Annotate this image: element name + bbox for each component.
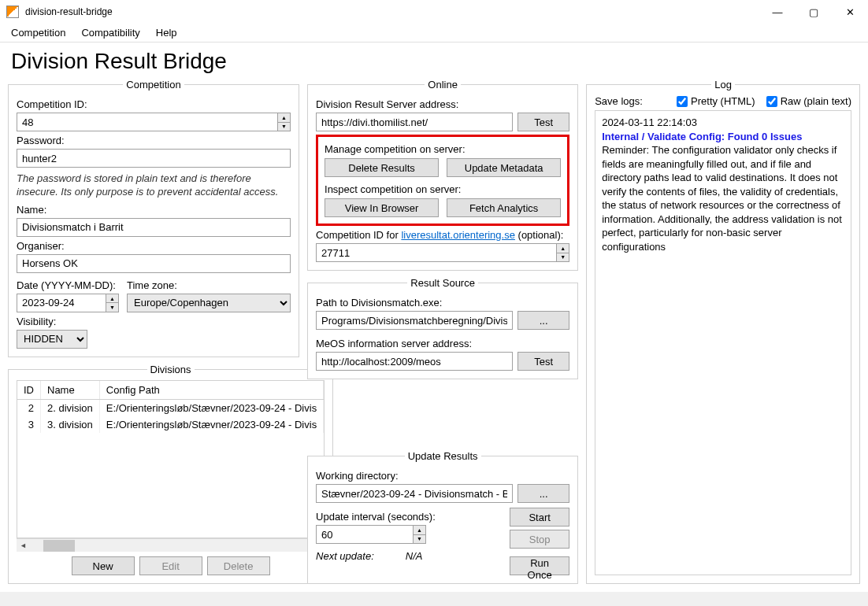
visibility-label: Visibility: [17,316,291,327]
next-update-value: N/A [406,550,423,562]
competition-id-input[interactable] [17,113,291,131]
menubar: Competition Compatibility Help [0,24,868,42]
meos-test-button[interactable]: Test [517,352,569,371]
server-actions-highlight: Manage competition on server: Delete Res… [316,135,569,226]
raw-checkbox[interactable]: Raw (plain text) [766,95,851,107]
competition-id-spinner[interactable]: ▲▼ [277,113,290,131]
menu-compatibility[interactable]: Compatibility [73,25,147,40]
col-path[interactable]: Config Path [99,381,323,400]
log-legend: Log [711,79,735,91]
divisions-table: ID Name Config Path 2 2. division E:/Ori… [17,381,324,433]
pretty-checkbox-input[interactable] [677,96,688,107]
log-group: Log Save logs: Pretty (HTML) Raw (plain … [586,79,860,584]
wd-label: Working directory: [316,470,569,482]
wd-input[interactable] [316,484,513,503]
visibility-select[interactable]: HIDDEN [17,330,87,349]
app-icon [6,6,19,18]
close-button[interactable]: ✕ [832,0,868,24]
delete-results-button[interactable]: Delete Results [325,158,439,177]
save-logs-label: Save logs: [595,95,666,107]
server-label: Division Result Server address: [316,98,569,110]
date-input[interactable] [17,294,119,312]
new-button[interactable]: New [72,556,135,575]
log-timestamp: 2024-03-11 22:14:03 [602,116,844,130]
exe-path-label: Path to Divisionsmatch.exe: [316,297,569,309]
result-source-group: Result Source Path to Divisionsmatch.exe… [307,277,578,379]
page-title: Division Result Bridge [0,42,868,79]
liveresultat-label: Competition ID for liveresultat.orienter… [316,229,569,241]
tz-select[interactable]: Europe/Copenhagen [127,294,291,312]
organiser-label: Organiser: [17,240,291,252]
titlebar: division-result-bridge — ▢ ✕ [0,0,868,24]
table-row[interactable]: 2 2. division E:/Orienteringsløb/Stævner… [17,399,324,416]
password-note: The password is stored in plain text and… [17,172,291,199]
result-source-legend: Result Source [407,277,478,289]
interval-spinner[interactable]: ▲▼ [413,526,425,543]
menu-competition[interactable]: Competition [3,25,73,40]
maximize-button[interactable]: ▢ [796,0,832,24]
server-input[interactable] [316,113,513,131]
date-label: Date (YYYY-MM-DD): [17,279,119,291]
log-output[interactable]: 2024-03-11 22:14:03 Internal / Validate … [595,110,851,575]
liveresultat-spinner[interactable]: ▲▼ [556,244,569,261]
name-input[interactable] [17,218,291,237]
competition-group: Competition Competition ID: ▲▼ Password:… [8,79,299,357]
competition-legend: Competition [123,79,184,91]
next-update-label: Next update: [316,550,374,562]
delete-button[interactable]: Delete [207,556,270,575]
update-results-group: Update Results Working directory: ... Up… [307,450,578,584]
meos-label: MeOS information server address: [316,338,569,349]
raw-checkbox-input[interactable] [766,96,777,107]
competition-id-label: Competition ID: [17,98,291,110]
divisions-legend: Divisions [147,364,195,375]
minimize-button[interactable]: — [759,0,796,24]
meos-input[interactable] [316,352,513,371]
log-status: Internal / Validate Config: Found 0 Issu… [602,130,844,144]
wd-browse-button[interactable]: ... [517,484,569,503]
update-results-legend: Update Results [405,450,481,462]
divisions-table-wrap[interactable]: ID Name Config Path 2 2. division E:/Ori… [17,380,325,538]
liveresultat-id-input[interactable] [316,243,569,262]
fetch-analytics-button[interactable]: Fetch Analytics [447,198,561,217]
pretty-checkbox[interactable]: Pretty (HTML) [677,95,755,107]
password-input[interactable] [17,149,291,168]
log-body: Reminder: The configuration validator on… [602,143,844,253]
server-test-button[interactable]: Test [517,113,569,131]
col-id[interactable]: ID [17,381,41,400]
divisions-hscrollbar[interactable]: ◄► [17,538,325,552]
name-label: Name: [17,204,291,216]
window-title: division-result-bridge [25,6,759,17]
liveresultat-link[interactable]: liveresultat.orientering.se [401,229,515,241]
col-name[interactable]: Name [41,381,100,400]
view-browser-button[interactable]: View In Browser [325,198,439,217]
start-button[interactable]: Start [510,508,569,527]
divisions-group: Divisions ID Name Config Path 2 2. divis… [8,364,333,584]
organiser-input[interactable] [17,254,291,273]
run-once-button[interactable]: Run Once [510,556,569,575]
menu-help[interactable]: Help [148,25,185,40]
stop-button[interactable]: Stop [510,530,569,549]
interval-input[interactable] [316,525,426,544]
edit-button[interactable]: Edit [139,556,202,575]
date-spinner[interactable]: ▲▼ [106,294,118,312]
update-metadata-button[interactable]: Update Metadata [447,158,561,177]
tz-label: Time zone: [127,279,291,291]
password-label: Password: [17,135,291,146]
interval-label: Update interval (seconds): [316,511,502,523]
manage-label: Manage competition on server: [325,143,561,155]
inspect-label: Inspect competition on server: [325,183,561,195]
online-legend: Online [425,79,461,91]
exe-path-input[interactable] [316,311,513,330]
table-row[interactable]: 3 3. division E:/Orienteringsløb/Stævner… [17,416,324,433]
exe-browse-button[interactable]: ... [517,311,569,330]
online-group: Online Division Result Server address: T… [307,79,578,271]
